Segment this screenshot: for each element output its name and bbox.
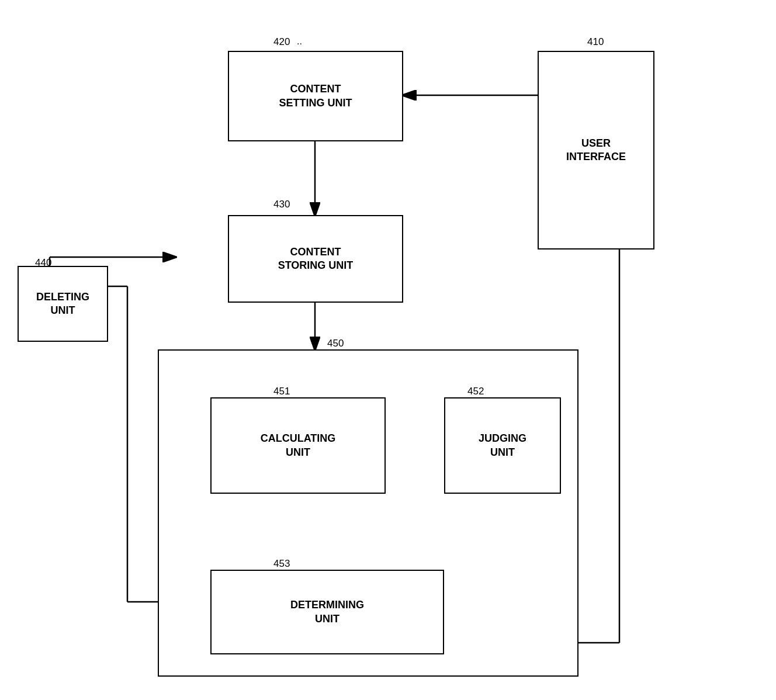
determining-unit-label: DETERMININGUNIT bbox=[290, 598, 364, 626]
label-410: 410 bbox=[587, 36, 604, 48]
calculating-unit-label: CALCULATINGUNIT bbox=[261, 432, 336, 459]
user-interface-box: USERINTERFACE bbox=[538, 51, 654, 249]
deleting-unit-label: DELETINGUNIT bbox=[36, 290, 89, 318]
calculating-unit-box: CALCULATINGUNIT bbox=[210, 397, 386, 494]
determining-unit-box: DETERMININGUNIT bbox=[210, 570, 444, 654]
label-450: 450 bbox=[327, 338, 344, 349]
label-451: 451 bbox=[273, 386, 290, 397]
label-420-tick: .. bbox=[297, 36, 302, 47]
content-storing-unit-box: CONTENTSTORING UNIT bbox=[228, 215, 403, 303]
judging-unit-label: JUDGINGUNIT bbox=[479, 432, 526, 459]
judging-unit-box: JUDGINGUNIT bbox=[444, 397, 561, 494]
diagram-container: 420 .. CONTENTSETTING UNIT 410 USERINTER… bbox=[0, 0, 776, 700]
deleting-unit-box: DELETINGUNIT bbox=[18, 266, 108, 342]
content-setting-unit-box: CONTENTSETTING UNIT bbox=[228, 51, 403, 141]
content-setting-unit-label: CONTENTSETTING UNIT bbox=[279, 82, 352, 110]
label-430: 430 bbox=[273, 199, 290, 210]
content-storing-unit-label: CONTENTSTORING UNIT bbox=[278, 245, 354, 273]
label-453: 453 bbox=[273, 558, 290, 570]
label-420: 420 bbox=[273, 36, 290, 48]
user-interface-label: USERINTERFACE bbox=[566, 137, 626, 164]
label-452: 452 bbox=[467, 386, 484, 397]
